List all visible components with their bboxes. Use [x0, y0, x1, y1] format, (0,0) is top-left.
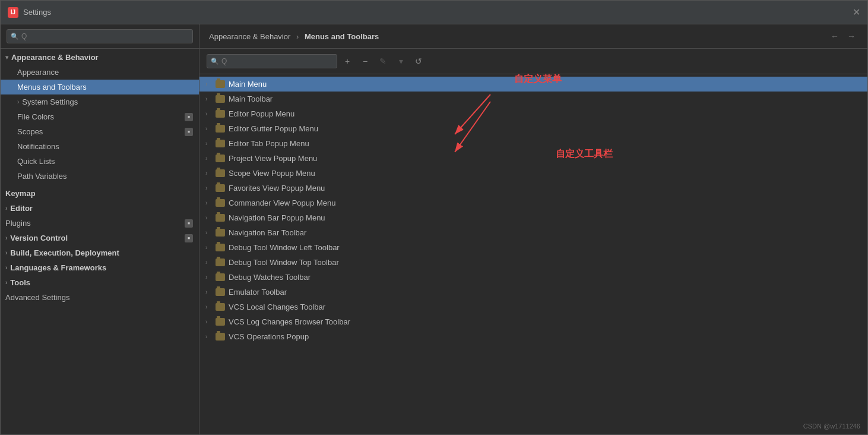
toolbar-search-input[interactable] — [207, 54, 337, 68]
main-content: 🔍 ▾ Appearance & Behavior Appearance Men… — [1, 24, 867, 434]
tree-item-debug-watches[interactable]: › Debug Watches Toolbar — [199, 270, 867, 285]
tree-item-commander-view[interactable]: › Commander View Popup Menu — [199, 196, 867, 210]
sidebar-search-container: 🔍 — [1, 24, 199, 49]
tree-chevron-scope-view: › — [205, 170, 213, 176]
sidebar-item-notifications[interactable]: Notifications — [1, 139, 199, 154]
folder-icon-editor-popup — [216, 110, 225, 118]
sidebar-item-version-control[interactable]: › Version Control ▪ — [1, 231, 199, 245]
folder-icon-debug-watches — [216, 273, 225, 281]
tree-item-favorites-view[interactable]: › Favorites View Popup Menu — [199, 181, 867, 196]
annotation-custom-toolbar: 自定义工具栏 — [556, 148, 613, 160]
sidebar-item-file-colors[interactable]: File Colors ▪ — [1, 109, 199, 124]
file-colors-badge: ▪ — [185, 113, 193, 121]
sidebar-search-icon: 🔍 — [11, 33, 19, 40]
app-icon: IJ — [8, 7, 18, 18]
chevron-right-icon-tools: › — [5, 279, 7, 286]
folder-icon-vcs-log — [216, 318, 225, 326]
sidebar-item-appearance-behavior[interactable]: ▾ Appearance & Behavior — [1, 50, 199, 65]
sidebar-item-advanced[interactable]: Advanced Settings — [1, 290, 199, 305]
nav-forward-button[interactable]: → — [845, 30, 858, 42]
sidebar: 🔍 ▾ Appearance & Behavior Appearance Men… — [1, 24, 199, 434]
tree-chevron-editor-gutter: › — [205, 125, 213, 132]
folder-icon-debug-left — [216, 244, 225, 251]
tree-item-debug-left[interactable]: › Debug Tool Window Left Toolbar — [199, 240, 867, 255]
watermark: CSDN @w1711246 — [803, 423, 860, 430]
close-button[interactable]: ✕ — [852, 8, 860, 17]
sidebar-item-keymap[interactable]: Keymap — [1, 186, 199, 201]
tree-item-editor-popup[interactable]: › Editor Popup Menu — [199, 106, 867, 121]
tree-chevron-vcs-operations: › — [205, 333, 213, 340]
sidebar-item-system-settings[interactable]: › System Settings — [1, 94, 199, 109]
folder-icon-nav-bar-popup — [216, 214, 225, 222]
sidebar-nav: ▾ Appearance & Behavior Appearance Menus… — [1, 49, 199, 306]
sidebar-item-menus-toolbars[interactable]: Menus and Toolbars — [1, 80, 199, 94]
reset-button[interactable]: ↺ — [411, 53, 426, 69]
tree-list: › Main Menu › Main Toolbar › Editor Popu… — [199, 74, 867, 434]
chevron-right-icon-lang: › — [5, 264, 7, 271]
annotation-custom-menu: 自定义菜单 — [514, 73, 562, 86]
tree-item-vcs-log[interactable]: › VCS Log Changes Browser Toolbar — [199, 314, 867, 329]
right-panel: Appearance & Behavior › Menus and Toolba… — [199, 24, 867, 434]
nav-back-button[interactable]: ← — [828, 30, 841, 42]
plugins-badge: ▪ — [185, 219, 193, 228]
folder-icon-vcs-operations — [216, 333, 225, 341]
sidebar-item-plugins[interactable]: Plugins ▪ — [1, 216, 199, 231]
sidebar-item-appearance[interactable]: Appearance — [1, 65, 199, 80]
tree-item-emulator[interactable]: › Emulator Toolbar — [199, 285, 867, 300]
chevron-right-icon-build: › — [5, 250, 7, 256]
tree-item-project-view[interactable]: › Project View Popup Menu — [199, 151, 867, 166]
tree-item-editor-tab[interactable]: › Editor Tab Popup Menu — [199, 136, 867, 151]
sidebar-search-wrapper: 🔍 — [7, 29, 193, 43]
folder-icon-scope-view — [216, 169, 225, 177]
folder-icon-project-view — [216, 155, 225, 162]
tree-item-editor-gutter[interactable]: › Editor Gutter Popup Menu — [199, 121, 867, 136]
sidebar-item-path-variables[interactable]: Path Variables — [1, 169, 199, 184]
tree-chevron-nav-bar-toolbar: › — [205, 229, 213, 236]
sidebar-item-build[interactable]: › Build, Execution, Deployment — [1, 245, 199, 260]
tree-chevron-emulator: › — [205, 289, 213, 295]
nav-arrows: ← → — [828, 30, 858, 42]
folder-icon-debug-top — [216, 259, 225, 266]
folder-icon-vcs-local — [216, 303, 225, 311]
sidebar-search-input[interactable] — [7, 29, 193, 43]
breadcrumb-bar: Appearance & Behavior › Menus and Toolba… — [199, 24, 867, 49]
remove-button[interactable]: − — [357, 53, 373, 69]
sidebar-item-scopes[interactable]: Scopes ▪ — [1, 124, 199, 139]
sidebar-item-editor[interactable]: › Editor — [1, 201, 199, 216]
tree-item-main-toolbar[interactable]: › Main Toolbar — [199, 92, 867, 106]
tree-item-nav-bar-popup[interactable]: › Navigation Bar Popup Menu — [199, 210, 867, 225]
sidebar-item-tools[interactable]: › Tools — [1, 275, 199, 290]
breadcrumb-current: Menus and Toolbars — [305, 32, 379, 41]
vc-badge: ▪ — [185, 234, 193, 242]
tree-chevron-project-view: › — [205, 155, 213, 162]
folder-icon-main-menu — [216, 80, 225, 88]
breadcrumb-separator: › — [296, 32, 301, 41]
sidebar-item-quick-lists[interactable]: Quick Lists — [1, 154, 199, 169]
tree-item-nav-bar-toolbar[interactable]: › Navigation Bar Toolbar — [199, 225, 867, 240]
tree-item-vcs-local[interactable]: › VCS Local Changes Toolbar — [199, 300, 867, 314]
chevron-right-icon-editor: › — [5, 205, 7, 212]
add-button[interactable]: + — [340, 53, 355, 69]
chevron-right-icon-vc: › — [5, 235, 7, 241]
folder-icon-editor-gutter — [216, 125, 225, 133]
tree-chevron-debug-left: › — [205, 244, 213, 251]
sidebar-item-languages[interactable]: › Languages & Frameworks — [1, 260, 199, 275]
folder-icon-main-toolbar — [216, 95, 225, 103]
tree-item-vcs-operations[interactable]: › VCS Operations Popup — [199, 329, 867, 344]
folder-icon-favorites-view — [216, 184, 225, 192]
folder-icon-emulator — [216, 288, 225, 296]
edit-button[interactable]: ✎ — [375, 53, 391, 69]
tree-item-scope-view[interactable]: › Scope View Popup Menu — [199, 166, 867, 181]
tree-chevron-debug-watches: › — [205, 274, 213, 280]
folder-icon-editor-tab — [216, 140, 225, 147]
tree-chevron-main-menu: › — [205, 81, 213, 87]
settings-window: IJ Settings ✕ 🔍 ▾ Appearance & Behavior … — [0, 0, 868, 435]
chevron-down-icon: ▾ — [5, 54, 8, 61]
tree-chevron-editor-tab: › — [205, 140, 213, 147]
tree-item-debug-top[interactable]: › Debug Tool Window Top Toolbar — [199, 255, 867, 270]
breadcrumb: Appearance & Behavior › Menus and Toolba… — [209, 32, 379, 41]
tree-chevron-debug-top: › — [205, 259, 213, 266]
tree-chevron-main-toolbar: › — [205, 96, 213, 102]
move-button[interactable]: ▾ — [393, 53, 408, 69]
breadcrumb-parent: Appearance & Behavior — [209, 32, 290, 41]
